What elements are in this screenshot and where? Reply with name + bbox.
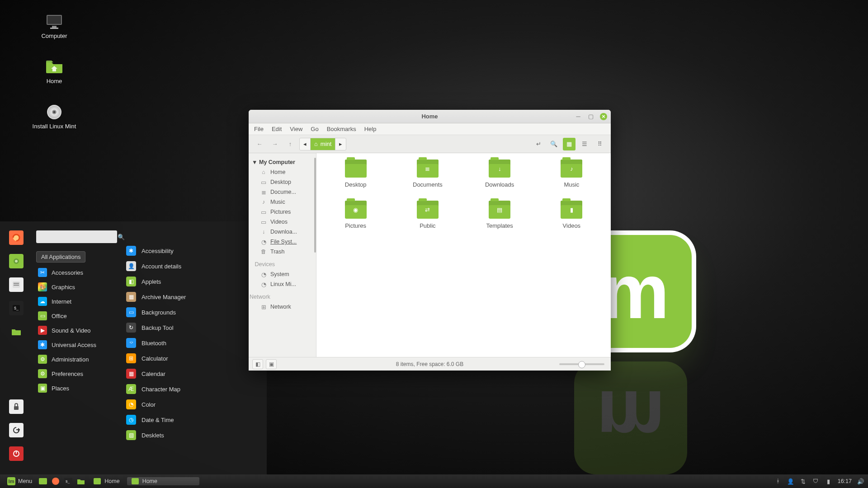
location-bar[interactable]: ◂ ⌂ mint ▸	[299, 138, 346, 150]
path-expand-button[interactable]: ▸	[335, 138, 346, 150]
menu-help[interactable]: Help	[364, 126, 377, 132]
search-button[interactable]: 🔍	[547, 138, 560, 150]
sidebar-item-network[interactable]: ⊞Network	[249, 302, 316, 312]
desktop-icon-computer[interactable]: Computer	[27, 14, 81, 39]
menu-file[interactable]: File	[254, 126, 264, 132]
power-icon[interactable]	[9, 446, 24, 461]
zoom-slider[interactable]	[559, 363, 604, 365]
toggle-location-button[interactable]: ↵	[532, 138, 545, 150]
app-archive-manager[interactable]: ▦Archive Manager	[124, 289, 263, 305]
home-folder-icon[interactable]	[9, 324, 24, 339]
category-universal-access[interactable]: ✱Universal Access	[36, 338, 117, 352]
app-calendar[interactable]: ▦Calendar	[124, 366, 263, 381]
desktop-icon-home[interactable]: Home	[27, 59, 81, 84]
taskbar-task[interactable]: Home	[89, 477, 124, 485]
app-character-map[interactable]: ÆCharacter Map	[124, 381, 263, 397]
app-bluetooth[interactable]: ⌔Bluetooth	[124, 335, 263, 351]
software-manager-icon[interactable]	[9, 254, 24, 268]
list-view-button[interactable]: ☰	[578, 138, 591, 150]
pinned-firefox[interactable]	[50, 476, 61, 486]
logout-icon[interactable]	[9, 423, 24, 437]
files-icon[interactable]	[9, 277, 24, 292]
app-accessibility[interactable]: ✱Accessibility	[124, 243, 263, 258]
updates-tray-icon[interactable]: 🛡	[812, 478, 820, 485]
app-backup-tool[interactable]: ↻Backup Tool	[124, 320, 263, 335]
back-button[interactable]: ←	[253, 138, 266, 150]
app-applets[interactable]: ◧Applets	[124, 274, 263, 289]
app-backgrounds[interactable]: ▭Backgrounds	[124, 305, 263, 320]
folder-desktop[interactable]: Desktop	[322, 160, 389, 188]
sidebar-section-devices[interactable]: Devices	[249, 259, 316, 269]
sidebar-item-pictures[interactable]: ▭Pictures	[249, 207, 316, 217]
sidebar-item-desktop[interactable]: ▭Desktop	[249, 177, 316, 187]
menu-edit[interactable]: Edit	[272, 126, 282, 132]
sidebar-item-music[interactable]: ♪Music	[249, 197, 316, 207]
terminal-icon[interactable]: $_	[9, 301, 24, 315]
sidebar-item-system[interactable]: ◔System	[249, 269, 316, 279]
up-button[interactable]: ↑	[284, 138, 297, 150]
sidebar-section-computer[interactable]: ▾My Computer	[249, 157, 316, 167]
sidebar-item-docume[interactable]: ≣Docume...	[249, 187, 316, 197]
show-desktop-button[interactable]	[38, 476, 48, 486]
app-date-time[interactable]: ◷Date & Time	[124, 412, 263, 427]
app-color[interactable]: ◔Color	[124, 397, 263, 412]
battery-tray-icon[interactable]: ▮	[825, 478, 832, 485]
bluetooth-tray-icon[interactable]: ᚼ	[774, 478, 782, 485]
app-account-details[interactable]: 👤Account details	[124, 258, 263, 274]
sidebar-section-network[interactable]: Network	[249, 292, 316, 302]
category-accessories[interactable]: ✂Accessories	[36, 265, 117, 280]
sidebar-item-downloa[interactable]: ↓Downloa...	[249, 227, 316, 237]
menu-go[interactable]: Go	[311, 126, 318, 132]
category-places[interactable]: ▣Places	[36, 381, 117, 395]
taskbar-task[interactable]: Home	[127, 477, 199, 485]
search-input[interactable]	[40, 233, 118, 241]
menu-bookmarks[interactable]: Bookmarks	[327, 126, 356, 132]
places-toggle-button[interactable]: ▣	[266, 359, 277, 369]
path-root-button[interactable]: ◂	[300, 138, 311, 150]
category-graphics[interactable]: 🎨Graphics	[36, 280, 117, 294]
menu-view[interactable]: View	[290, 126, 302, 132]
sidebar-item-home[interactable]: ⌂Home	[249, 167, 316, 177]
sidebar-item-linuxmi[interactable]: ◔Linux Mi...	[249, 279, 316, 289]
app-desklets[interactable]: ▧Desklets	[124, 427, 263, 443]
volume-tray-icon[interactable]: 🔊	[857, 478, 864, 485]
user-tray-icon[interactable]: 👤	[787, 478, 794, 485]
sidebar-item-filesyst[interactable]: ◔File Syst...	[249, 237, 316, 247]
category-preferences[interactable]: ⚙Preferences	[36, 366, 117, 381]
pinned-files[interactable]	[75, 476, 86, 486]
icon-view-button[interactable]: ▦	[563, 138, 576, 150]
network-tray-icon[interactable]: ⇅	[800, 478, 807, 485]
start-menu-search[interactable]: 🔍	[36, 230, 117, 243]
compact-view-button[interactable]: ⠿	[594, 138, 606, 150]
category-internet[interactable]: ☁Internet	[36, 294, 117, 309]
file-manager-content[interactable]: Desktop≣Documents↓Downloads♪Music◉Pictur…	[316, 153, 611, 357]
desktop-icon-install[interactable]: Install Linux Mint	[27, 104, 81, 130]
folder-documents[interactable]: ≣Documents	[394, 160, 461, 188]
category-office[interactable]: ▭Office	[36, 309, 117, 323]
folder-videos[interactable]: ▮Videos	[538, 201, 605, 229]
folder-templates[interactable]: ▤Templates	[466, 201, 533, 229]
sidebar-item-videos[interactable]: ▭Videos	[249, 217, 316, 227]
folder-downloads[interactable]: ↓Downloads	[466, 160, 533, 188]
lock-icon[interactable]	[9, 399, 24, 414]
firefox-icon[interactable]	[9, 230, 24, 245]
category-administration[interactable]: ⚙Administration	[36, 352, 117, 366]
minimize-button[interactable]: ─	[575, 113, 582, 120]
clock[interactable]: 16:17	[838, 478, 852, 484]
svg-text:$_: $_	[14, 306, 19, 310]
all-applications-button[interactable]: All Applications	[36, 251, 85, 263]
forward-button[interactable]: →	[269, 138, 281, 150]
sidebar-toggle-button[interactable]: ◧	[252, 359, 263, 369]
pinned-terminal[interactable]: $_	[63, 476, 74, 486]
folder-public[interactable]: ⇄Public	[394, 201, 461, 229]
window-titlebar[interactable]: Home ─ ▢ ×	[249, 110, 611, 123]
maximize-button[interactable]: ▢	[587, 113, 594, 120]
category-sound-video[interactable]: ▶Sound & Video	[36, 323, 117, 338]
app-calculator[interactable]: ⊞Calculator	[124, 351, 263, 366]
path-segment-home[interactable]: ⌂ mint	[311, 138, 335, 150]
folder-music[interactable]: ♪Music	[538, 160, 605, 188]
close-button[interactable]: ×	[600, 113, 607, 120]
sidebar-item-trash[interactable]: 🗑Trash	[249, 247, 316, 257]
menu-button[interactable]: lm Menu	[4, 476, 36, 486]
folder-pictures[interactable]: ◉Pictures	[322, 201, 389, 229]
